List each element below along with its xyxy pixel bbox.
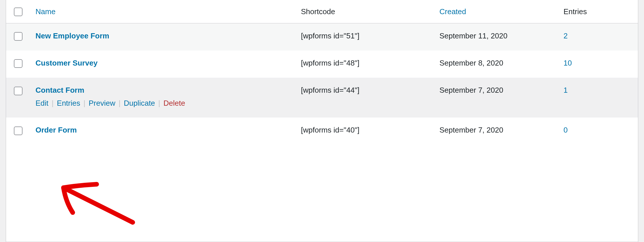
created-text: September 11, 2020: [439, 31, 508, 40]
row-action-preview[interactable]: Preview: [89, 99, 115, 107]
shortcode-text: [wpforms id="40"]: [301, 126, 360, 134]
form-name-link[interactable]: Contact Form: [35, 86, 84, 94]
row-action-edit[interactable]: Edit: [35, 99, 48, 107]
row-checkbox[interactable]: [14, 126, 23, 135]
form-name-link[interactable]: Customer Survey: [35, 59, 98, 67]
separator: |: [50, 99, 55, 107]
created-text: September 7, 2020: [439, 126, 503, 134]
separator: |: [117, 99, 122, 107]
row-checkbox[interactable]: [14, 59, 23, 68]
entries-count-link[interactable]: 0: [564, 126, 568, 134]
row-action-delete[interactable]: Delete: [164, 99, 185, 107]
table-row: Contact Form Edit | Entries | Preview | …: [6, 78, 638, 118]
table-row: Customer Survey [wpforms id="48"] Septem…: [6, 51, 638, 78]
form-name-link[interactable]: New Employee Form: [35, 31, 109, 40]
separator: |: [157, 99, 162, 107]
shortcode-text: [wpforms id="51"]: [301, 31, 360, 40]
table-row: New Employee Form [wpforms id="51"] Sept…: [6, 23, 638, 51]
entries-count-link[interactable]: 10: [564, 59, 572, 67]
column-header-entries: Entries: [558, 0, 638, 23]
row-actions: Edit | Entries | Preview | Duplicate | D…: [35, 99, 291, 108]
row-checkbox[interactable]: [14, 32, 23, 41]
column-header-created[interactable]: Created: [439, 7, 466, 16]
entries-count-link[interactable]: 1: [564, 86, 568, 94]
row-action-entries[interactable]: Entries: [57, 99, 80, 107]
separator: |: [82, 99, 87, 107]
row-action-duplicate[interactable]: Duplicate: [124, 99, 155, 107]
column-header-shortcode: Shortcode: [296, 0, 434, 23]
table-row: Order Form [wpforms id="40"] September 7…: [6, 118, 638, 145]
column-header-name[interactable]: Name: [35, 7, 55, 16]
created-text: September 8, 2020: [439, 59, 503, 67]
shortcode-text: [wpforms id="48"]: [301, 59, 360, 67]
forms-table: Name Shortcode Created Entries New Emplo…: [6, 0, 638, 145]
created-text: September 7, 2020: [439, 86, 503, 94]
row-checkbox[interactable]: [14, 87, 23, 95]
entries-count-link[interactable]: 2: [564, 31, 568, 40]
select-all-checkbox[interactable]: [14, 8, 23, 16]
form-name-link[interactable]: Order Form: [35, 126, 77, 134]
shortcode-text: [wpforms id="44"]: [301, 86, 360, 94]
